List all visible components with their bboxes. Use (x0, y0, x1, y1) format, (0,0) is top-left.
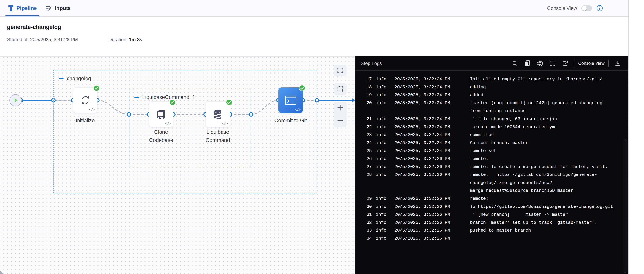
started-at-label: Started at: (7, 37, 29, 42)
status-success-badge (299, 85, 305, 91)
node-liquibase-command-label: Liquibase Command (202, 128, 234, 144)
tab-inputs-label: Inputs (55, 5, 71, 12)
node-initialize-label: Initialize (66, 116, 105, 125)
log-row: 33info20/5/2025, 3:32:26 PMpushed to mas… (355, 226, 628, 234)
step-logs-panel: Step Logs (355, 56, 628, 274)
gear-icon (536, 60, 544, 67)
step-logs-title: Step Logs (361, 61, 382, 66)
log-row: 31info20/5/2025, 3:32:26 PM * [new branc… (355, 210, 628, 219)
zoom-out-button[interactable] (334, 114, 346, 126)
sync-icon (80, 94, 91, 106)
log-scrollbar-thumb[interactable] (624, 139, 627, 273)
pipeline-icon (8, 5, 14, 12)
log-open-in-new-button[interactable] (560, 59, 570, 68)
log-row: 20info20/5/2025, 3:32:24 PM[master (root… (355, 99, 628, 107)
liquibase-icon (212, 108, 224, 120)
log-row: 28info20/5/2025, 3:32:26 PMremote: https… (355, 171, 628, 179)
log-link[interactable]: https://gitlab.com/Sonichigo/generate-ch… (478, 204, 613, 209)
stage-group-label[interactable]: changelog (67, 76, 91, 82)
pipeline-start-node[interactable] (10, 94, 22, 106)
copy-icon (524, 60, 530, 67)
log-link[interactable]: https://gitlab.com/Sonichigo/generate- (496, 172, 597, 177)
node-liquibase-command[interactable]: </> (206, 102, 230, 128)
code-icon: </> (165, 121, 171, 126)
play-icon (14, 98, 18, 102)
search-icon (512, 60, 518, 66)
log-row: changelog/-/merge_requests/new? (355, 179, 628, 187)
tab-inputs[interactable]: Inputs (45, 0, 72, 16)
step-group-label[interactable]: LiquibaseCommand_1 (142, 94, 195, 100)
toggle-knob (582, 6, 586, 10)
canvas-fit-view-button[interactable] (334, 64, 346, 76)
log-row: 26info20/5/2025, 3:32:26 PMremote: (355, 155, 628, 163)
code-icon: </> (222, 121, 228, 126)
console-view-label: Console View (547, 6, 577, 11)
clone-codebase-icon (156, 109, 166, 120)
started-at-value: 20/5/2025, 3:31:28 PM (30, 37, 78, 42)
node-initialize[interactable]: </> (73, 87, 97, 113)
tab-pipeline-label: Pipeline (16, 5, 37, 12)
external-link-icon (562, 60, 568, 66)
collapse-stage-icon[interactable] (59, 78, 64, 79)
pipeline-execution-page: Pipeline Inputs Console View generate-ch… (0, 0, 644, 274)
node-commit-to-git[interactable]: </> (278, 87, 303, 113)
log-search-button[interactable] (510, 59, 520, 68)
node-clone-codebase[interactable]: </> (149, 102, 173, 128)
log-row: 30info20/5/2025, 3:32:26 PMTo https://gi… (355, 203, 628, 211)
duration-label: Duration: (108, 37, 128, 42)
code-icon: </> (89, 107, 95, 112)
code-icon: </> (295, 107, 300, 112)
duration-value: 1m 3s (129, 37, 142, 42)
log-row: 23info20/5/2025, 3:32:24 PMcommitted (355, 131, 628, 139)
log-copy-button[interactable] (522, 59, 532, 68)
log-row: 17info20/5/2025, 3:32:24 PMInitialized e… (355, 75, 628, 83)
log-row: 19info20/5/2025, 3:32:24 PMadded (355, 91, 628, 99)
log-row: 29info20/5/2025, 3:32:26 PMremote: (355, 195, 628, 203)
download-icon (614, 60, 621, 66)
canvas-zoom-controls (334, 102, 346, 127)
status-success-badge (226, 99, 232, 106)
top-tab-bar: Pipeline Inputs Console View (0, 0, 628, 17)
zoom-in-button[interactable] (334, 102, 346, 114)
right-rail (628, 0, 644, 274)
log-output: 17info20/5/2025, 3:32:24 PMInitialized e… (355, 71, 628, 274)
log-row: 25info20/5/2025, 3:32:24 PMremote set (355, 147, 628, 155)
log-settings-button[interactable] (535, 59, 545, 68)
log-row: 34info20/5/2025, 3:32:26 PM (355, 234, 628, 242)
node-clone-codebase-label: Clone Codebase (146, 128, 176, 144)
log-row: merge_request%5Bsource_branch%5D=master (355, 187, 628, 195)
canvas-select-button[interactable] (334, 83, 346, 95)
log-row: 18info20/5/2025, 3:32:24 PMadding (355, 83, 628, 91)
log-console-view-button[interactable]: Console View (574, 59, 609, 68)
step-logs-header: Step Logs (355, 56, 628, 71)
status-success-badge (169, 99, 176, 106)
log-row: 21info20/5/2025, 3:32:24 PM 1 file chang… (355, 115, 628, 123)
status-success-badge (94, 85, 100, 91)
log-download-button[interactable] (612, 59, 623, 68)
info-icon[interactable] (596, 5, 603, 12)
node-commit-to-git-label: Commit to Git (267, 116, 314, 125)
page-title: generate-changelog (7, 24, 61, 30)
console-view-toggle[interactable] (582, 6, 592, 11)
log-row: 24info20/5/2025, 3:32:24 PMCurrent branc… (355, 139, 628, 147)
tab-pipeline[interactable]: Pipeline (7, 0, 38, 16)
log-link[interactable]: merge_request%5Bsource_branch%5D=master (470, 188, 573, 193)
collapse-stepgroup-icon[interactable] (134, 97, 139, 98)
log-row: from running instance (355, 107, 628, 115)
run-header: generate-changelog Started at: 20/5/2025… (0, 17, 628, 56)
run-meta: Started at: 20/5/2025, 3:31:28 PM Durati… (7, 37, 142, 42)
log-fullscreen-button[interactable] (548, 59, 558, 68)
log-link[interactable]: changelog/-/merge_requests/new? (470, 180, 552, 185)
inputs-icon (46, 5, 52, 12)
log-row: 22info20/5/2025, 3:32:24 PM create mode … (355, 123, 628, 131)
log-row: 32info20/5/2025, 3:32:26 PMbranch 'maste… (355, 219, 628, 227)
step-group-liquibasecommand: LiquibaseCommand_1 (129, 89, 251, 167)
log-row: 27info20/5/2025, 3:32:26 PMremote: To cr… (355, 163, 628, 171)
marquee-select-icon (337, 86, 344, 92)
fullscreen-icon (550, 60, 556, 66)
fit-view-icon (337, 67, 344, 74)
terminal-icon (284, 95, 297, 106)
